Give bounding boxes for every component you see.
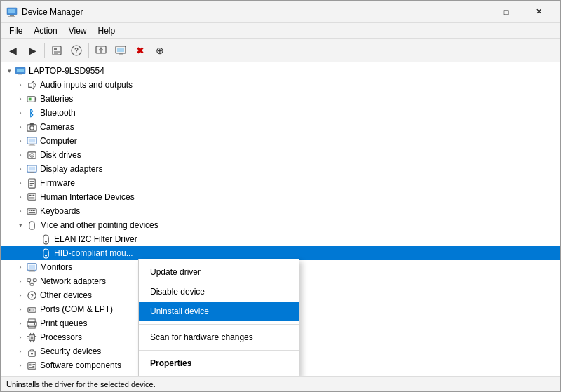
hid-expand-icon: › (15, 191, 26, 203)
tree-item-bluetooth[interactable]: › ᛒ Bluetooth (1, 106, 560, 120)
status-text: Uninstalls the driver for the selected d… (6, 380, 156, 388)
svg-rect-60 (27, 278, 30, 281)
forward-button[interactable]: ▶ (23, 41, 41, 60)
window-title: Device Manager (22, 7, 458, 17)
svg-rect-47 (30, 210, 32, 210)
tree-item-keyboards[interactable]: › Keyboards (1, 204, 560, 218)
elan-icon (40, 234, 51, 245)
tree-item-disk[interactable]: › Disk drives (1, 148, 560, 162)
tree-item-firmware[interactable]: › Firmware (1, 176, 560, 190)
tree-item-batteries[interactable]: › Batteries (1, 92, 560, 106)
help-button[interactable]: ? (67, 41, 86, 60)
tree-item-display[interactable]: › Display adapters (1, 162, 560, 176)
ctx-update-driver[interactable]: Update driver (139, 262, 299, 282)
svg-rect-46 (28, 210, 29, 210)
svg-point-74 (34, 323, 35, 325)
batteries-expand-icon: › (15, 93, 26, 104)
device-manager-window: Device Manager — □ ✕ File Action View He… (0, 0, 561, 392)
content-area: ▾ LAPTOP-9LSD9554 › (1, 62, 560, 376)
menu-help[interactable]: Help (93, 25, 121, 37)
ctx-uninstall-device[interactable]: Uninstall device (139, 302, 299, 321)
software-comp-expand-icon: › (15, 360, 26, 371)
keyboards-label: Keyboards (40, 206, 80, 216)
back-button[interactable]: ◀ (4, 41, 22, 60)
svg-text:?: ? (74, 47, 79, 55)
network-expand-icon: › (15, 276, 26, 287)
ctx-scan-changes[interactable]: Scan for hardware changes (139, 327, 299, 347)
batteries-icon (26, 93, 37, 104)
svg-marker-18 (28, 81, 34, 88)
software-dev-label: Software devices (40, 374, 104, 376)
maximize-button[interactable]: □ (490, 1, 522, 23)
svg-rect-58 (29, 270, 34, 271)
properties-button[interactable] (48, 41, 66, 60)
ports-expand-icon: › (15, 304, 26, 315)
toolbar: ◀ ▶ ? (1, 39, 560, 62)
display-icon (26, 163, 37, 175)
print-label: Print queues (40, 318, 87, 328)
tree-item-hid-mouse[interactable]: › HID-compliant mou... (1, 246, 560, 260)
minimize-button[interactable]: — (458, 1, 490, 23)
svg-rect-57 (28, 264, 34, 269)
processors-label: Processors (40, 332, 82, 342)
menu-view[interactable]: View (63, 25, 93, 37)
display-expand-icon: › (15, 163, 26, 175)
firmware-label: Firmware (40, 178, 75, 188)
processors-expand-icon: › (15, 332, 26, 343)
computer-icon (26, 135, 37, 147)
security-icon (26, 346, 37, 357)
network-icon (26, 276, 37, 287)
tree-item-audio[interactable]: › Audio inputs and outputs (1, 78, 560, 92)
close-button[interactable]: ✕ (522, 1, 555, 23)
svg-rect-48 (32, 210, 34, 210)
cameras-label: Cameras (40, 122, 74, 132)
tree-item-computer[interactable]: › Computer (1, 134, 560, 148)
disk-expand-icon: › (15, 149, 26, 161)
ctx-sep-2 (139, 350, 299, 351)
app-icon (6, 6, 18, 18)
svg-rect-29 (29, 144, 34, 144)
mice-label: Mice and other pointing devices (40, 220, 158, 230)
menu-file[interactable]: File (4, 25, 28, 37)
bluetooth-label: Bluetooth (40, 108, 76, 118)
display-label: Display adapters (40, 164, 102, 174)
svg-rect-36 (29, 172, 34, 173)
device-tree[interactable]: ▾ LAPTOP-9LSD9554 › (1, 62, 560, 376)
root-icon (15, 65, 26, 76)
context-menu: Update driver Disable device Uninstall d… (138, 259, 299, 376)
ctx-disable-device[interactable]: Disable device (139, 282, 299, 302)
scan-button[interactable]: ⊕ (151, 41, 169, 60)
display-button[interactable] (111, 41, 130, 60)
update-driver-button[interactable] (92, 41, 110, 60)
tree-item-mice[interactable]: ▾ Mice and other pointing devices (1, 218, 560, 232)
svg-rect-88 (29, 363, 31, 365)
network-label: Network adapters (40, 276, 106, 286)
monitors-label: Monitors (40, 262, 72, 272)
firmware-icon (26, 177, 37, 189)
status-bar: Uninstalls the driver for the selected d… (1, 376, 560, 391)
svg-point-68 (29, 309, 30, 311)
tree-item-elan[interactable]: › ELAN I2C Filter Driver (1, 232, 560, 246)
svg-point-53 (45, 240, 47, 242)
svg-rect-3 (8, 16, 15, 17)
tree-root[interactable]: ▾ LAPTOP-9LSD9554 (1, 64, 560, 78)
audio-expand-icon: › (15, 79, 26, 90)
svg-rect-44 (29, 197, 34, 198)
disk-label: Disk drives (40, 150, 81, 160)
menu-bar: File Action View Help (1, 23, 560, 39)
svg-text:?: ? (29, 292, 33, 299)
window-controls: — □ ✕ (458, 1, 555, 23)
firmware-expand-icon: › (15, 177, 26, 189)
bluetooth-expand-icon: › (15, 107, 26, 119)
tree-item-hid[interactable]: › Human Interface Devices (1, 190, 560, 204)
ctx-properties[interactable]: Properties (139, 353, 299, 373)
svg-rect-35 (28, 166, 34, 170)
svg-point-69 (31, 309, 32, 311)
svg-rect-28 (28, 138, 34, 142)
tree-item-cameras[interactable]: › Cameras (1, 120, 560, 134)
security-label: Security devices (40, 346, 101, 356)
uninstall-button[interactable]: ✖ (131, 41, 149, 60)
menu-action[interactable]: Action (28, 25, 62, 37)
print-icon (26, 318, 37, 329)
svg-rect-16 (17, 69, 24, 72)
